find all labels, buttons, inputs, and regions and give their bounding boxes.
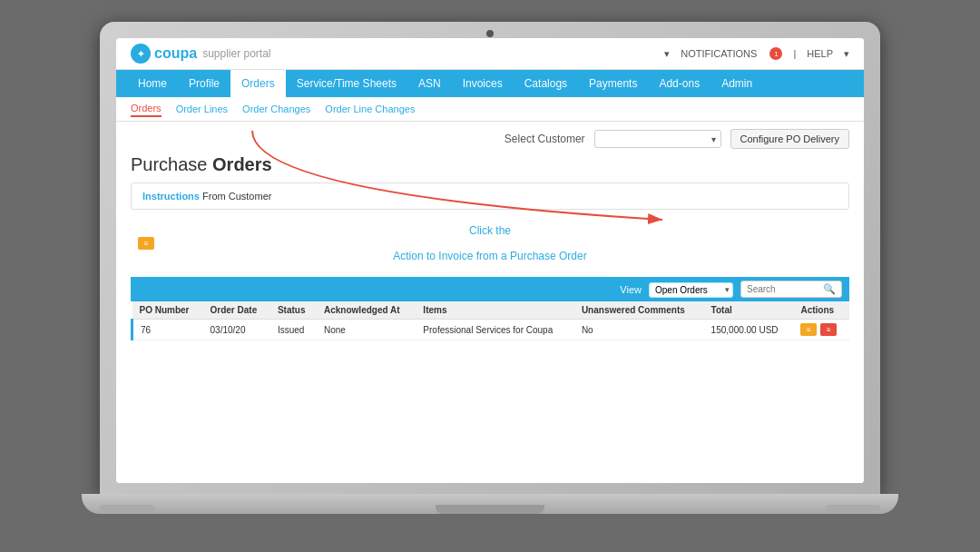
coupa-logo-icon: ✦	[131, 44, 151, 64]
customer-dropdown[interactable]	[594, 130, 721, 148]
laptop-foot-right	[826, 505, 880, 512]
nav-orders[interactable]: Orders	[230, 70, 286, 97]
search-box[interactable]: 🔍	[740, 281, 842, 298]
camera	[486, 30, 494, 37]
cell-po-number: 76	[132, 320, 203, 340]
divider: |	[793, 48, 796, 59]
orders-table: PO Number Order Date Status Acknowledged…	[131, 301, 849, 340]
help-chevron: ▾	[844, 48, 849, 60]
nav-catalogs[interactable]: Catalogs	[514, 70, 578, 97]
invoice-icon: ≡	[138, 237, 154, 250]
cell-unanswered: No	[574, 320, 704, 340]
col-items: Items	[416, 301, 574, 320]
page-title-plain: Purchase	[131, 154, 208, 174]
customer-select-row: Select Customer Configure PO Delivery	[131, 129, 849, 149]
laptop-base	[82, 494, 898, 514]
dropdown-arrow-icon: ▾	[664, 48, 670, 60]
laptop-hinge	[436, 505, 544, 514]
cell-actions[interactable]: ≡ ≡	[793, 320, 849, 340]
col-status: Status	[270, 301, 317, 320]
instructions-from-text: From Customer	[202, 191, 271, 202]
search-icon[interactable]: 🔍	[823, 283, 836, 295]
page-title: Purchase Orders	[131, 154, 849, 175]
col-unanswered: Unanswered Comments	[574, 301, 704, 320]
cancel-action-icon[interactable]: ≡	[820, 323, 837, 336]
view-select[interactable]: Open Orders All Orders Closed Orders	[649, 282, 733, 298]
help-label[interactable]: HELP	[807, 48, 833, 59]
col-acknowledged: Acknowledged At	[317, 301, 416, 320]
col-po-number: PO Number	[132, 301, 203, 320]
logo-area: ✦ coupa supplier portal	[131, 44, 271, 64]
col-total: Total	[704, 301, 794, 320]
nav-bar: Home Profile Orders Service/Time Sheets …	[116, 70, 864, 97]
view-label: View	[620, 284, 642, 295]
configure-po-delivery-button[interactable]: Configure PO Delivery	[730, 129, 849, 149]
top-right-controls: ▾ NOTIFICATIONS 1 | HELP ▾	[664, 47, 849, 60]
nav-asn[interactable]: ASN	[407, 70, 452, 97]
screen: ✦ coupa supplier portal ▾ NOTIFICATIONS …	[116, 38, 864, 483]
view-select-wrapper[interactable]: Open Orders All Orders Closed Orders	[649, 281, 733, 298]
laptop-shell: ✦ coupa supplier portal ▾ NOTIFICATIONS …	[100, 22, 880, 530]
cell-total: 150,000.00 USD	[704, 320, 794, 340]
nav-addons[interactable]: Add-ons	[648, 70, 710, 97]
notification-badge: 1	[769, 47, 782, 60]
col-order-date: Order Date	[203, 301, 270, 320]
top-bar: ✦ coupa supplier portal ▾ NOTIFICATIONS …	[116, 38, 864, 70]
logo-text: coupa	[154, 45, 197, 62]
subnav-order-line-changes[interactable]: Order Line Changes	[325, 102, 415, 116]
sub-nav: Orders Order Lines Order Changes Order L…	[116, 97, 864, 122]
invoice-link-text-after: Action to Invoice from a Purchase Order	[393, 250, 586, 262]
table-row: 76 03/10/20 Issued None Professional Ser…	[132, 320, 850, 340]
action-icons: ≡ ≡	[800, 323, 842, 336]
invoice-action-icon[interactable]: ≡	[800, 323, 817, 336]
invoice-link-text-before: Click the	[469, 224, 511, 237]
notifications-label[interactable]: NOTIFICATIONS	[681, 48, 757, 59]
page-title-bold: Orders	[212, 154, 272, 174]
instructions-label: Instructions	[142, 191, 200, 202]
cell-acknowledged: None	[317, 320, 416, 340]
screen-bezel: ✦ coupa supplier portal ▾ NOTIFICATIONS …	[100, 22, 880, 494]
instructions-box: Instructions From Customer	[131, 182, 849, 210]
subnav-order-lines[interactable]: Order Lines	[176, 102, 228, 116]
subnav-order-changes[interactable]: Order Changes	[242, 102, 310, 116]
col-actions: Actions	[793, 301, 849, 320]
cell-status: Issued	[270, 320, 317, 340]
select-customer-label: Select Customer	[505, 133, 585, 145]
nav-service[interactable]: Service/Time Sheets	[286, 70, 407, 97]
customer-dropdown-wrapper[interactable]	[594, 130, 721, 148]
nav-payments[interactable]: Payments	[578, 70, 648, 97]
nav-profile[interactable]: Profile	[178, 70, 230, 97]
nav-home[interactable]: Home	[127, 70, 178, 97]
table-header-row: PO Number Order Date Status Acknowledged…	[132, 301, 850, 320]
cell-items: Professional Services for Coupa	[416, 320, 574, 340]
nav-invoices[interactable]: Invoices	[452, 70, 514, 97]
invoice-link-row: Click the ≡ Action to Invoice from a Pur…	[131, 217, 849, 270]
cell-order-date: 03/10/20	[203, 320, 270, 340]
search-input[interactable]	[747, 284, 819, 294]
table-toolbar: View Open Orders All Orders Closed Order…	[131, 277, 849, 301]
logo-subtext: supplier portal	[202, 47, 270, 60]
subnav-orders[interactable]: Orders	[131, 101, 162, 117]
content-area: Select Customer Configure PO Delivery Pu…	[116, 122, 864, 483]
laptop-foot-left	[100, 505, 154, 512]
nav-admin[interactable]: Admin	[710, 70, 763, 97]
